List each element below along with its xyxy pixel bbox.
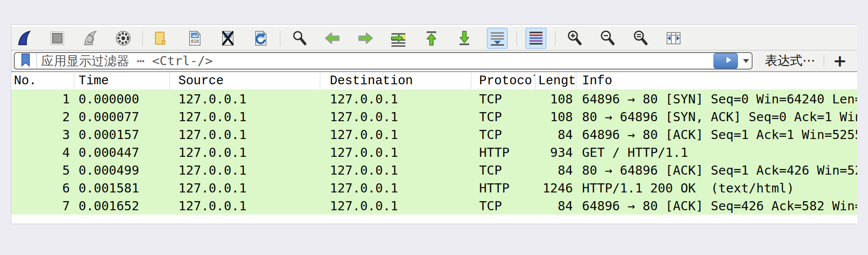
column-header-info[interactable]: Info xyxy=(576,72,857,89)
display-filter-bar: 表达式⋯ + xyxy=(11,50,857,72)
cell-destination: 127.0.0.1 xyxy=(320,126,471,143)
filter-bookmark-button[interactable] xyxy=(15,53,37,69)
toolbar-separator xyxy=(555,30,556,46)
zoom-reset-button[interactable] xyxy=(630,28,651,49)
cell-protocol: HTTP xyxy=(471,179,536,197)
folder-icon xyxy=(153,30,171,47)
arrow-up-bar-icon xyxy=(423,30,440,47)
magnifier-icon xyxy=(291,30,308,47)
filterbar-separator xyxy=(824,54,824,67)
document-010-icon: 010 xyxy=(186,30,204,47)
cell-destination: 127.0.0.1 xyxy=(320,108,471,126)
cell-source: 127.0.0.1 xyxy=(170,90,320,108)
go-first-packet-button[interactable] xyxy=(421,28,442,49)
cell-time: 0.000157 xyxy=(74,126,170,143)
apply-filter-button[interactable] xyxy=(713,53,738,69)
cell-info: HTTP/1.1 200 OK (text/html) xyxy=(576,179,857,197)
open-file-button[interactable] xyxy=(151,28,172,49)
cell-info: 64896 → 80 [ACK] Seq=1 Ack=1 Win=525568 xyxy=(576,126,857,143)
cell-length: 84 xyxy=(536,197,576,215)
packet-rows: 10.000000127.0.0.1127.0.0.1TCP10864896 →… xyxy=(11,90,857,215)
table-row[interactable]: 30.000157127.0.0.1127.0.0.1TCP8464896 → … xyxy=(11,126,857,143)
filter-history-dropdown[interactable] xyxy=(740,53,752,69)
cell-length: 84 xyxy=(536,126,576,143)
column-header-no[interactable]: No. xyxy=(11,72,74,89)
cell-source: 127.0.0.1 xyxy=(170,179,320,197)
expression-button[interactable]: 表达式⋯ xyxy=(759,52,821,70)
cell-source: 127.0.0.1 xyxy=(170,126,320,143)
start-capture-button[interactable] xyxy=(14,28,35,49)
cell-destination: 127.0.0.1 xyxy=(320,143,471,161)
cell-no: 2 xyxy=(11,108,74,126)
column-header-length[interactable]: Length xyxy=(536,72,576,89)
go-last-packet-button[interactable] xyxy=(454,28,475,49)
shark-fin-reload-icon xyxy=(82,30,99,47)
toolbar-separator xyxy=(142,30,143,46)
cell-destination: 127.0.0.1 xyxy=(320,90,471,108)
cell-destination: 127.0.0.1 xyxy=(320,161,471,179)
add-filter-button[interactable]: + xyxy=(827,54,853,67)
gear-wheel-icon xyxy=(115,30,132,47)
go-forward-button[interactable] xyxy=(355,28,376,49)
stop-capture-button[interactable] xyxy=(47,28,68,49)
packet-list-header: No. Time Source Destination Protocol Len… xyxy=(11,72,857,90)
shark-fin-icon xyxy=(16,30,33,47)
colored-lines-icon xyxy=(527,30,545,47)
stop-square-icon xyxy=(49,30,66,47)
column-header-destination[interactable]: Destination xyxy=(320,72,471,89)
cell-destination: 127.0.0.1 xyxy=(320,179,471,197)
find-packet-button[interactable] xyxy=(289,28,310,49)
svg-text:010: 010 xyxy=(191,39,199,44)
resize-columns-button[interactable] xyxy=(663,28,684,49)
table-row[interactable]: 50.000499127.0.0.1127.0.0.1TCP8480 → 648… xyxy=(11,161,857,179)
restart-capture-button[interactable] xyxy=(80,28,101,49)
cell-info: 80 → 64896 [ACK] Seq=1 Ack=426 Win=5255 xyxy=(576,161,857,179)
close-file-button[interactable] xyxy=(217,28,238,49)
cell-protocol: TCP xyxy=(471,108,536,126)
cell-info: GET / HTTP/1.1 xyxy=(576,143,857,161)
display-filter-input[interactable] xyxy=(37,53,713,69)
table-row[interactable]: 40.000447127.0.0.1127.0.0.1HTTP934GET / … xyxy=(11,143,857,161)
cell-source: 127.0.0.1 xyxy=(170,143,320,161)
zoom-in-button[interactable] xyxy=(564,28,585,49)
cell-no: 4 xyxy=(11,143,74,161)
display-filter-field[interactable] xyxy=(14,52,753,70)
cell-no: 7 xyxy=(11,197,74,215)
document-reload-icon xyxy=(252,30,270,47)
table-row[interactable]: 70.001652127.0.0.1127.0.0.1TCP8464896 → … xyxy=(11,197,857,215)
arrow-right-green-icon xyxy=(357,30,374,47)
cell-time: 0.000000 xyxy=(74,90,170,108)
document-x-icon xyxy=(219,30,237,47)
auto-scroll-button[interactable] xyxy=(487,28,508,49)
save-file-button[interactable]: 010 xyxy=(184,28,205,49)
cell-length: 84 xyxy=(536,161,576,179)
wireshark-window: 010 xyxy=(11,24,857,224)
zoom-out-button[interactable] xyxy=(597,28,618,49)
column-header-time[interactable]: Time xyxy=(74,72,170,89)
cell-source: 127.0.0.1 xyxy=(170,108,320,126)
cell-length: 1246 xyxy=(536,179,576,197)
go-back-button[interactable] xyxy=(322,28,343,49)
cell-length: 108 xyxy=(536,90,576,108)
cell-no: 3 xyxy=(11,126,74,143)
cell-time: 0.000499 xyxy=(74,161,170,179)
arrow-into-lines-icon xyxy=(390,30,407,47)
go-to-packet-button[interactable] xyxy=(388,28,409,49)
arrow-down-bar-icon xyxy=(456,30,473,47)
cell-no: 1 xyxy=(11,90,74,108)
column-header-source[interactable]: Source xyxy=(170,72,320,89)
table-row[interactable]: 20.000077127.0.0.1127.0.0.1TCP10880 → 64… xyxy=(11,108,857,126)
column-header-protocol[interactable]: Protocol xyxy=(471,72,536,89)
cell-protocol: HTTP xyxy=(471,143,536,161)
cell-length: 934 xyxy=(536,143,576,161)
capture-options-button[interactable] xyxy=(113,28,134,49)
toolbar-separator xyxy=(516,30,517,46)
cell-info: 64896 → 80 [ACK] Seq=426 Ack=582 Win=52 xyxy=(576,197,857,215)
colorize-button[interactable] xyxy=(526,28,546,49)
table-row[interactable]: 10.000000127.0.0.1127.0.0.1TCP10864896 →… xyxy=(11,90,857,108)
magnifier-minus-icon xyxy=(599,30,616,47)
toolbar-separator xyxy=(280,30,280,46)
table-row[interactable]: 60.001581127.0.0.1127.0.0.1HTTP1246HTTP/… xyxy=(11,179,857,197)
cell-protocol: TCP xyxy=(471,90,536,108)
reload-file-button[interactable] xyxy=(250,28,271,49)
